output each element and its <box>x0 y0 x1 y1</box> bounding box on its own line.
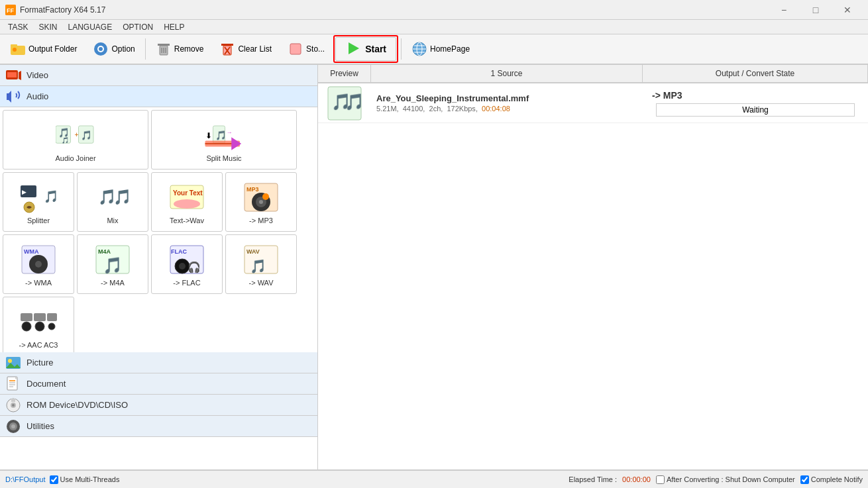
elapsed-time-label: Elapsed Time : <box>569 475 617 483</box>
output-folder-button[interactable]: Output Folder <box>3 37 84 61</box>
start-label: Start <box>365 44 386 54</box>
svg-text:🎵: 🎵 <box>345 92 362 111</box>
col-source-header: 1 Source <box>371 65 643 82</box>
remove-label: Remove <box>174 44 204 54</box>
col-preview-header: Preview <box>318 65 371 82</box>
file-duration: 00:04:08 <box>482 105 510 113</box>
svg-text:MP3: MP3 <box>246 186 259 193</box>
notify-checkbox[interactable] <box>800 475 809 484</box>
table-row[interactable]: 🎵 🎵 Are_You_Sleeping_Instrumental.mmf 5.… <box>318 83 868 123</box>
mp3-icon: MP3 <box>241 180 281 217</box>
separator-1 <box>145 38 146 60</box>
stop-label: Sto... <box>306 44 325 54</box>
multithreads-checkbox-area[interactable]: Use Multi-Threads <box>50 475 120 484</box>
svg-text:Your Text: Your Text <box>173 189 203 197</box>
svg-text:→: → <box>227 129 233 136</box>
minimize-button[interactable]: − <box>769 0 799 20</box>
homepage-icon <box>411 41 427 57</box>
video-icon <box>5 68 21 83</box>
file-list: 🎵 🎵 Are_You_Sleeping_Instrumental.mmf 5.… <box>318 83 868 469</box>
svg-text:M4A: M4A <box>98 248 111 255</box>
video-section-header[interactable]: Video <box>0 65 317 86</box>
document-icon <box>5 376 21 392</box>
remove-button[interactable]: Remove <box>148 37 211 61</box>
utilities-section-header[interactable]: Utilities <box>0 416 317 437</box>
svg-text:🎵: 🎵 <box>62 136 70 144</box>
svg-rect-89 <box>11 399 15 402</box>
tool-text-wav[interactable]: Your Text Text->Wav <box>151 172 223 232</box>
audio-section-header[interactable]: Audio <box>0 86 317 107</box>
clear-list-button[interactable]: Clear List <box>212 37 279 61</box>
text-wav-icon: Your Text <box>167 180 207 217</box>
maximize-button[interactable]: □ <box>800 0 831 20</box>
svg-rect-18 <box>290 44 301 54</box>
main-content: Video Audio <box>0 65 868 469</box>
svg-point-8 <box>99 47 103 51</box>
tool-to-mp3[interactable]: MP3 -> MP3 <box>225 172 297 232</box>
split-music-icon: ⬇ 🎵 → <box>204 118 244 154</box>
close-button[interactable]: ✕ <box>832 0 863 20</box>
to-aac-label: -> AAC AC3 <box>19 341 58 349</box>
menu-option[interactable]: OPTION <box>117 21 158 33</box>
file-convert-to: -> MP3 <box>645 90 682 101</box>
svg-marker-40 <box>231 137 241 150</box>
svg-text:+: + <box>75 130 79 138</box>
svg-rect-3 <box>11 44 17 47</box>
text-wav-label: Text->Wav <box>170 217 204 224</box>
menu-task[interactable]: TASK <box>3 21 33 33</box>
start-button[interactable]: Start <box>335 37 396 61</box>
file-size: 5.21M <box>376 105 397 113</box>
option-icon <box>93 41 109 57</box>
tool-to-wav[interactable]: WAV 🎵 -> WAV <box>225 234 297 294</box>
left-panel: Video Audio <box>0 65 318 469</box>
tool-to-flac[interactable]: FLAC 🎧 -> FLAC <box>151 234 223 294</box>
tool-audio-joiner[interactable]: 🎵 🎵 + 🎵 Audio Joiner <box>3 110 148 170</box>
tool-mix[interactable]: 🎵 🎵 Mix <box>77 172 148 232</box>
utilities-label: Utilities <box>27 421 54 431</box>
statusbar: D:\FFOutput Use Multi-Threads Elapsed Ti… <box>0 469 868 488</box>
shutdown-checkbox-area[interactable]: After Converting : Shut Down Computer <box>656 475 795 484</box>
homepage-button[interactable]: HomePage <box>404 37 477 61</box>
toolbar: Output Folder Option Remove <box>0 34 868 65</box>
svg-point-49 <box>174 199 200 209</box>
flac-icon: FLAC 🎧 <box>167 242 207 279</box>
svg-text:🎵: 🎵 <box>250 258 266 274</box>
audio-tools-grid: 🎵 🎵 + 🎵 Audio Joiner ⬇ <box>0 107 317 352</box>
tool-to-aac[interactable]: -> AAC AC3 <box>3 297 74 352</box>
start-button-wrapper: Start <box>333 35 398 63</box>
rom-section-header[interactable]: ROM Device\DVD\CD\ISO <box>0 395 317 416</box>
statusbar-left: D:\FFOutput Use Multi-Threads <box>5 475 119 484</box>
svg-text:⬇: ⬇ <box>205 131 212 140</box>
menu-help[interactable]: HELP <box>158 21 190 33</box>
tool-split-music[interactable]: ⬇ 🎵 → Split Music <box>151 110 297 170</box>
option-label: Option <box>111 44 135 54</box>
file-output-cell: -> MP3 Waiting <box>643 87 868 119</box>
notify-checkbox-area[interactable]: Complete Notify <box>800 475 863 484</box>
stop-button[interactable]: Sto... <box>280 37 332 61</box>
document-section-header[interactable]: Document <box>0 373 317 395</box>
notify-label: Complete Notify <box>811 475 863 483</box>
multithreads-checkbox[interactable] <box>50 475 58 484</box>
titlebar: FF FormatFactory X64 5.17 − □ ✕ <box>0 0 868 20</box>
shutdown-checkbox[interactable] <box>656 475 665 484</box>
tool-to-m4a[interactable]: M4A 🎵 -> M4A <box>77 234 148 294</box>
splitter-label: Splitter <box>27 217 50 224</box>
audio-joiner-icon: 🎵 🎵 + 🎵 <box>56 118 95 154</box>
file-channels: 2ch <box>429 105 441 113</box>
menu-language[interactable]: LANGUAGE <box>62 21 117 33</box>
picture-section-header[interactable]: Picture <box>0 352 317 373</box>
svg-point-54 <box>259 200 263 204</box>
multithreads-label: Use Multi-Threads <box>60 475 120 483</box>
clear-list-icon <box>219 41 235 57</box>
app-icon: FF <box>5 5 16 15</box>
svg-point-72 <box>22 322 31 331</box>
tool-to-wma[interactable]: WMA -> WMA <box>3 234 74 294</box>
splitter-icon: ▶ 🎵 <box>19 180 58 217</box>
remove-icon <box>156 41 172 57</box>
tool-splitter[interactable]: ▶ 🎵 Splitter <box>3 172 74 232</box>
document-label: Document <box>27 379 66 389</box>
option-button[interactable]: Option <box>85 37 142 61</box>
menu-skin[interactable]: SKIN <box>33 21 62 33</box>
svg-point-78 <box>8 359 12 363</box>
file-name: Are_You_Sleeping_Instrumental.mmf <box>376 93 637 103</box>
